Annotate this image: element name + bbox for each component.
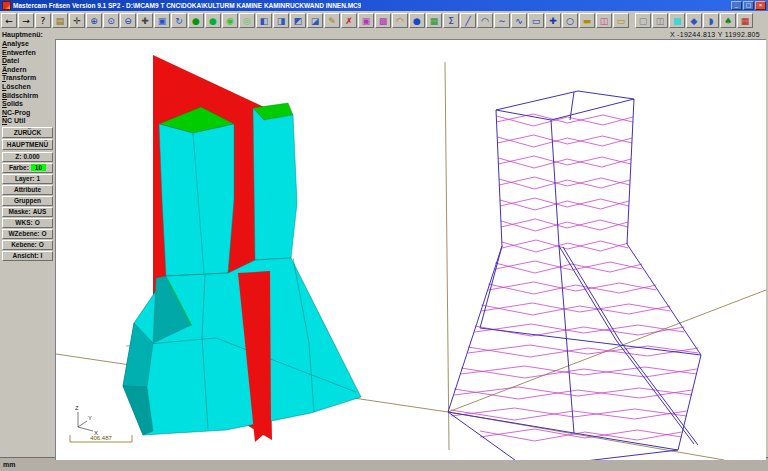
sidebar-item-ncutil[interactable]: NC Util [0,117,55,126]
plane-select-button[interactable]: ◆ [686,13,702,28]
status-label: Gruppen [14,197,41,204]
pencil-icon: ✎ [325,15,339,27]
zoom-window-button[interactable]: ⊙ [103,13,119,28]
shade-button-4[interactable]: ◎ [239,13,255,28]
toolbar: ←→?▤✛⊕⊙⊖✚▣↻●●◉◎◧◨◩◪✎✗▣▩◠●▦Σ╱◠∼∿▭✚○▬◫▭▢◫■… [0,11,768,29]
back-button[interactable]: ZURÜCK [2,127,53,138]
viewport-split-button[interactable]: ◫ [652,13,668,28]
graphics-canvas[interactable]: Z Y X 406.487 [55,39,766,460]
viewport-button[interactable]: ▢ [635,13,651,28]
minimize-button[interactable]: _ [731,1,742,10]
regen-button[interactable]: ↻ [171,13,187,28]
status-ansicht[interactable]: Ansicht:I [2,251,53,261]
status-wzebene[interactable]: WZebene:O [2,229,53,239]
shade-button-2[interactable]: ● [205,13,221,28]
sidebar-item-solids[interactable]: Solids [0,100,55,109]
curve-icon: ∼ [495,15,509,27]
xform-copy-button[interactable]: ▣ [358,13,374,28]
status-farbe[interactable]: Farbe:10 [2,163,53,173]
status-value: 0.000 [23,153,39,160]
note-icon: ▭ [614,15,628,27]
repaint-button[interactable]: ▣ [154,13,170,28]
viewport-active-button[interactable]: ■ [669,13,685,28]
zoom-in-button[interactable]: ⊕ [86,13,102,28]
analyze-point-button[interactable]: ✛ [69,13,85,28]
zoom-out-button[interactable]: ⊖ [120,13,136,28]
sidebar-item-transform[interactable]: Transform [0,74,55,83]
fillet-button[interactable]: ◠ [392,13,408,28]
status-layer[interactable]: Layer:1 [2,174,53,184]
sidebar-item-ndern[interactable]: Ändern [0,66,55,75]
shade-icon-4: ◎ [240,15,254,27]
sidebar-item-entwerfen[interactable]: Entwerfen [0,49,55,58]
surface-button[interactable]: ▬ [579,13,595,28]
rect-button[interactable]: ▭ [528,13,544,28]
gview-iso-button[interactable]: ◧ [256,13,272,28]
page-forward-icon: → [19,15,33,27]
regen-icon: ↻ [172,15,186,27]
shade-button-1[interactable]: ● [188,13,204,28]
ellipse-button[interactable]: ○ [562,13,578,28]
xform-move-button[interactable]: ▩ [375,13,391,28]
shade-button-3[interactable]: ◉ [222,13,238,28]
pan-button[interactable]: ✚ [137,13,153,28]
zoom-out-icon: ⊖ [121,15,135,27]
status-attribute[interactable]: Attribute [2,185,53,195]
sidebar-item-ncprog[interactable]: NC-Prog [0,109,55,118]
sidebar-item-lschen[interactable]: Löschen [0,83,55,92]
help-button[interactable]: ? [35,13,51,28]
note-button[interactable]: ▭ [613,13,629,28]
status-value: I [41,252,43,259]
maximize-button[interactable]: ▢ [743,1,754,10]
status-wks[interactable]: WKS:O [2,218,53,228]
sidebar-item-datei[interactable]: Datei [0,57,55,66]
material-button[interactable]: ▦ [737,13,753,28]
help-icon: ? [36,15,50,27]
dimension-button[interactable]: ◫ [596,13,612,28]
gview-front-button[interactable]: ◩ [290,13,306,28]
sphere-button[interactable]: ● [409,13,425,28]
mastercam-window: Mastercam Fräsen Version 9.1 SP2 - D:\MC… [0,0,768,471]
arc-button[interactable]: ◠ [477,13,493,28]
scale-value: 406.487 [90,435,112,441]
sigma-button[interactable]: Σ [443,13,459,28]
status-gruppen[interactable]: Gruppen [2,196,53,206]
cursor-coordinates: X -19244.813 Y 11992.805 [670,31,768,38]
repaint-icon: ▣ [155,15,169,27]
page-back-button[interactable]: ← [1,13,17,28]
status-value: O [42,230,47,237]
line-button[interactable]: ╱ [460,13,476,28]
surface-grid-button[interactable]: ▦ [426,13,442,28]
tree-button[interactable]: ♠ [720,13,736,28]
main-menu-button[interactable]: HAUPTMENÜ [2,139,53,150]
status-label: Layer: [15,175,35,182]
sidebar-menu: AnalyseEntwerfenDateiÄndernTransformLösc… [0,39,55,457]
status-kebene[interactable]: Kebene:O [2,240,53,250]
status-maske[interactable]: Maske:AUS [2,207,53,217]
status-label: Z: [15,153,21,160]
status-label: Ansicht: [13,252,39,259]
delete-button[interactable]: ✗ [341,13,357,28]
sidebar-item-bildschirm[interactable]: Bildschirm [0,92,55,101]
spline-button[interactable]: ∿ [511,13,527,28]
viewport-icon: ▢ [636,15,650,27]
page-forward-button[interactable]: → [18,13,34,28]
close-button[interactable]: × [755,1,766,10]
point-button[interactable]: ✚ [545,13,561,28]
cad-viewport: Z Y X 406.487 [56,40,766,460]
gview-side-button[interactable]: ◪ [307,13,323,28]
title-bar: Mastercam Fräsen Version 9.1 SP2 - D:\MC… [0,0,768,11]
pencil-button[interactable]: ✎ [324,13,340,28]
plane-select-icon: ◆ [687,15,701,27]
analyze-list-button[interactable]: ▤ [52,13,68,28]
surface-icon: ▬ [580,15,594,27]
gview-top-button[interactable]: ◨ [273,13,289,28]
sidebar-item-analyse[interactable]: Analyse [0,40,55,49]
viewport-active-icon: ■ [670,15,684,27]
status-z[interactable]: Z:0.000 [2,152,53,162]
curve-button[interactable]: ∼ [494,13,510,28]
status-value: O [39,241,44,248]
page-back-icon: ← [2,15,16,27]
menu-list: AnalyseEntwerfenDateiÄndernTransformLösc… [0,40,55,126]
wcs-button[interactable]: ◗ [703,13,719,28]
